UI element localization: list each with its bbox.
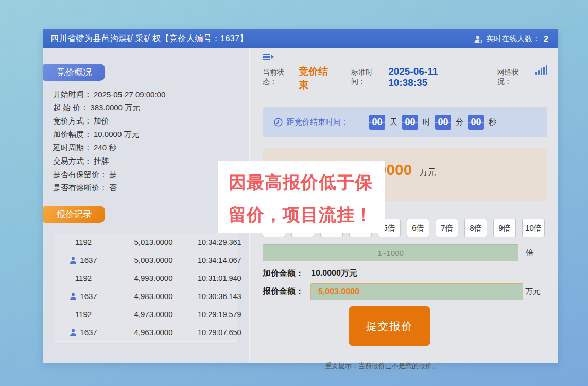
table-row-price: 4,973.0000	[112, 305, 195, 323]
multiplier-button-6x[interactable]: 6倍	[407, 219, 429, 237]
multiplier-button-10x[interactable]: 10倍	[522, 219, 545, 237]
online-counter: 实时在线人数： 2	[473, 34, 548, 44]
table-row-bidder: 1192	[55, 269, 112, 287]
info-row-delay-cycle: 延时周期： 240 秒	[53, 141, 249, 154]
online-label: 实时在线人数：	[486, 34, 540, 44]
alert-message: 因最高报价低于保留价，项目流挂！	[229, 166, 385, 231]
clock-icon	[274, 118, 283, 127]
person-icon	[70, 293, 77, 300]
standard-time-label: 标准时间：	[351, 68, 385, 86]
table-row-price: 4,983.0000	[112, 287, 195, 305]
tip-divider	[299, 358, 299, 374]
table-row-time: 10:31:01.940	[195, 269, 238, 287]
info-row-start-price: 起 始 价： 383.0000 万元	[53, 101, 249, 114]
increment-label: 加价金额：	[263, 268, 304, 279]
network-label: 网络状况：	[497, 68, 531, 86]
bid-amount-input[interactable]	[310, 283, 523, 300]
menu-icon[interactable]	[263, 54, 274, 61]
multiplier-button-7x[interactable]: 7倍	[436, 219, 458, 237]
bid-amount-unit: 万元	[525, 287, 541, 296]
info-row-start-time: 开始时间： 2025-05-27 09:00:00	[53, 87, 249, 101]
info-row-bid-mode: 竞价方式： 加价	[53, 114, 249, 128]
signal-bars-icon	[535, 65, 547, 75]
table-row-bidder: 1192	[55, 305, 112, 323]
info-row-increment: 加价幅度： 10.0000 万元	[53, 128, 249, 141]
bid-amount-label: 报价金额：	[263, 286, 304, 297]
page-title: 四川省犍为县芭沟煤矿采矿权【竞价人编号：1637】	[50, 33, 248, 44]
tab-auction-overview[interactable]: 竞价概况	[43, 64, 105, 81]
table-row-bidder: 1192	[55, 233, 112, 251]
state-label: 当前状态：	[263, 68, 297, 86]
flow-failed-alert: 因最高报价低于保留价，项目流挂！	[218, 161, 385, 233]
auction-window: 四川省犍为县芭沟煤矿采矿权【竞价人编号：1637】 实时在线人数： 2 竞价概况…	[43, 29, 558, 363]
countdown-panel: 距竞价结束时间： 00 天 00 时 00 分 00 秒	[263, 107, 547, 137]
bid-amount-row: 报价金额： 万元	[263, 283, 547, 300]
times-input-row: 倍	[263, 244, 547, 261]
multiplier-button-9x[interactable]: 9倍	[493, 219, 516, 237]
countdown-seconds: 00	[468, 115, 484, 130]
person-icon	[70, 329, 77, 336]
countdown-hours: 00	[402, 115, 418, 130]
times-unit-label: 倍	[526, 248, 534, 258]
table-row-time: 10:29:19.579	[195, 305, 238, 323]
countdown-days: 00	[369, 115, 385, 130]
important-tip: 重要提示：当前报价已不是您的报价。	[325, 361, 439, 371]
countdown-minutes: 00	[435, 115, 451, 130]
submit-bid-button[interactable]: 提交报价	[349, 306, 430, 346]
table-row-price: 5,013.0000	[112, 233, 195, 251]
status-bar: 当前状态： 竞价结束 标准时间： 2025-06-11 10:38:35 网络状…	[263, 65, 547, 92]
table-row-price: 4,993.0000	[112, 269, 195, 287]
table-row-bidder: 1637	[55, 323, 112, 341]
table-row-price: 5,003.0000	[112, 251, 195, 269]
table-row-time: 10:34:14.067	[195, 251, 238, 269]
table-row-bidder: 1637	[55, 251, 112, 269]
increment-row: 加价金额： 10.0000万元	[263, 268, 547, 279]
table-row-time: 10:34:29.361	[195, 233, 238, 251]
increment-value: 10.0000万元	[311, 268, 357, 279]
table-row-price: 4,963.0000	[112, 323, 195, 341]
multiplier-button-8x[interactable]: 8倍	[464, 219, 487, 237]
table-row-time: 10:30:36.143	[195, 287, 238, 305]
title-bar: 四川省犍为县芭沟煤矿采矿权【竞价人编号：1637】 实时在线人数： 2	[43, 29, 558, 48]
countdown-label: 距竞价结束时间：	[287, 117, 349, 127]
footer-tip-row: 重要提示：当前报价已不是您的报价。	[263, 358, 547, 374]
person-badge-icon	[473, 35, 482, 43]
standard-time-value: 2025-06-11 10:38:35	[388, 66, 475, 89]
countdown-digits: 00 天 00 时 00 分 00 秒	[369, 115, 496, 130]
table-row-bidder: 1637	[55, 287, 112, 305]
tab-bid-records[interactable]: 报价记录	[43, 206, 105, 223]
online-count: 2	[544, 34, 548, 44]
table-row-time: 10:29:07.650	[195, 323, 238, 341]
highest-bid-unit: 万元	[420, 167, 436, 178]
times-input[interactable]	[263, 244, 518, 261]
bid-records-table: 1192 5,013.0000 10:34:29.361 1637 5,003.…	[55, 233, 237, 342]
state-value: 竞价结束	[299, 65, 336, 92]
person-icon	[70, 257, 77, 264]
